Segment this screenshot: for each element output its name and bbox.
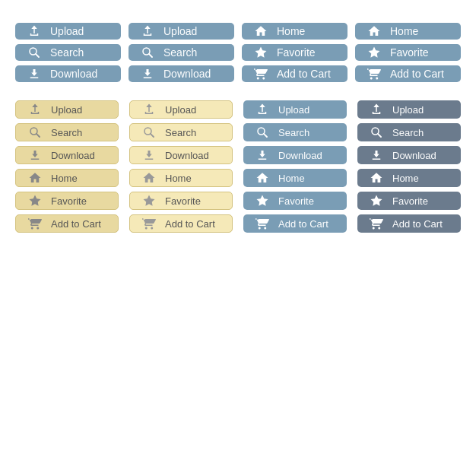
download-icon-tan-2 <box>141 147 157 163</box>
search-btn-1[interactable]: Search <box>15 44 121 61</box>
star-icon-tan-1 <box>27 192 43 209</box>
home-icon-tan-1 <box>27 170 43 186</box>
svg-line-9 <box>264 134 267 137</box>
favorite-tan-label-2: Favorite <box>165 195 201 207</box>
cart-icon-2 <box>366 65 382 82</box>
col-1: Upload Search Download <box>15 23 121 82</box>
spacer-1 <box>15 87 461 100</box>
addtocart-tan-label-2: Add to Cart <box>165 218 215 230</box>
home-blue-3[interactable]: Home <box>243 169 347 187</box>
home-dark-4[interactable]: Home <box>357 169 461 187</box>
favorite-blue-label-3: Favorite <box>278 195 314 207</box>
home-label-1: Home <box>277 25 305 37</box>
download-blue-label-3: Download <box>278 150 322 161</box>
search-blue-3[interactable]: Search <box>243 123 347 141</box>
star-icon-dark-4 <box>368 192 385 209</box>
upload-tan-label-1: Upload <box>51 104 82 116</box>
upload-btn-1[interactable]: Upload <box>15 23 121 40</box>
search-tan-label-1: Search <box>51 127 82 138</box>
download-icon-dark-4 <box>368 147 385 163</box>
upload-dark-4[interactable]: Upload <box>357 100 461 119</box>
favorite-blue-3[interactable]: Favorite <box>243 192 347 210</box>
search-blue-label-3: Search <box>278 127 309 138</box>
addtocart-btn-2[interactable]: Add to Cart <box>355 65 461 82</box>
download-btn-1[interactable]: Download <box>15 65 121 82</box>
main-container: Upload Search Download Upload <box>0 0 476 476</box>
home-icon-2 <box>366 23 382 40</box>
search-label-2: Search <box>163 46 197 59</box>
bottom-col-1: Upload Search Download Home <box>15 100 119 233</box>
addtocart-dark-4[interactable]: Add to Cart <box>357 214 461 233</box>
search-tan-2[interactable]: Search <box>129 123 233 141</box>
download-blue-3[interactable]: Download <box>243 146 347 164</box>
star-icon-blue-3 <box>254 192 271 209</box>
download-dark-4[interactable]: Download <box>357 146 461 164</box>
col-3: Home Favorite Add to Cart <box>242 23 347 82</box>
search-tan-1[interactable]: Search <box>15 123 119 141</box>
svg-line-5 <box>36 134 40 137</box>
home-tan-1[interactable]: Home <box>15 169 119 187</box>
bottom-col-3: Upload Search Download Home <box>243 100 347 233</box>
search-icon-2 <box>139 44 156 61</box>
upload-tan-2[interactable]: Upload <box>129 100 233 119</box>
home-tan-2[interactable]: Home <box>129 169 233 187</box>
home-icon-dark-4 <box>368 170 385 186</box>
addtocart-blue-label-3: Add to Cart <box>278 218 328 230</box>
download-label-2: Download <box>163 68 211 80</box>
favorite-label-1: Favorite <box>277 46 316 59</box>
col-2: Upload Search Download <box>129 23 234 82</box>
addtocart-blue-3[interactable]: Add to Cart <box>243 214 347 233</box>
addtocart-tan-2[interactable]: Add to Cart <box>129 214 233 233</box>
download-tan-1[interactable]: Download <box>15 146 119 164</box>
upload-dark-label-4: Upload <box>392 104 424 116</box>
favorite-tan-label-1: Favorite <box>51 195 87 207</box>
star-icon-1 <box>252 44 269 61</box>
download-tan-2[interactable]: Download <box>129 146 233 164</box>
home-btn-2[interactable]: Home <box>355 23 461 40</box>
search-icon-tan-1 <box>27 124 43 141</box>
cart-icon-tan-2 <box>141 215 157 232</box>
favorite-label-2: Favorite <box>390 46 429 59</box>
upload-label-1: Upload <box>50 25 84 37</box>
upload-btn-2[interactable]: Upload <box>129 23 234 40</box>
favorite-dark-4[interactable]: Favorite <box>357 192 461 210</box>
download-label-1: Download <box>50 68 97 80</box>
home-icon-tan-2 <box>141 170 157 186</box>
col-4: Home Favorite Add to Cart <box>355 23 461 82</box>
download-icon-blue-3 <box>254 147 271 163</box>
addtocart-tan-label-1: Add to Cart <box>51 218 101 230</box>
upload-tan-1[interactable]: Upload <box>15 100 119 119</box>
addtocart-dark-label-4: Add to Cart <box>392 218 443 230</box>
upload-icon-blue-3 <box>254 101 271 118</box>
favorite-tan-2[interactable]: Favorite <box>129 192 233 210</box>
home-btn-1[interactable]: Home <box>242 23 347 40</box>
star-icon-2 <box>366 44 382 61</box>
cart-icon-tan-1 <box>27 215 43 232</box>
search-btn-2[interactable]: Search <box>129 44 234 61</box>
home-dark-label-4: Home <box>392 173 419 184</box>
favorite-dark-label-4: Favorite <box>392 195 428 207</box>
home-blue-label-3: Home <box>278 173 305 184</box>
download-icon-1 <box>26 65 43 82</box>
favorite-tan-1[interactable]: Favorite <box>15 192 119 210</box>
addtocart-btn-1[interactable]: Add to Cart <box>242 65 347 82</box>
search-dark-4[interactable]: Search <box>357 123 461 141</box>
home-label-2: Home <box>390 25 418 37</box>
upload-icon-tan-1 <box>27 101 43 118</box>
upload-icon-tan-2 <box>141 101 157 118</box>
favorite-btn-2[interactable]: Favorite <box>355 44 461 61</box>
download-tan-label-2: Download <box>165 150 209 161</box>
search-icon-1 <box>26 44 43 61</box>
search-icon-tan-2 <box>141 124 157 141</box>
top-section: Upload Search Download Upload <box>15 23 461 82</box>
favorite-btn-1[interactable]: Favorite <box>242 44 347 61</box>
upload-blue-3[interactable]: Upload <box>243 100 347 119</box>
search-tan-label-2: Search <box>165 127 196 138</box>
svg-line-3 <box>149 54 152 57</box>
addtocart-tan-1[interactable]: Add to Cart <box>15 214 119 233</box>
download-btn-2[interactable]: Download <box>129 65 234 82</box>
home-tan-label-2: Home <box>165 173 192 184</box>
home-tan-label-1: Home <box>51 173 78 184</box>
cart-icon-dark-4 <box>368 215 385 232</box>
search-icon-blue-3 <box>254 124 271 141</box>
